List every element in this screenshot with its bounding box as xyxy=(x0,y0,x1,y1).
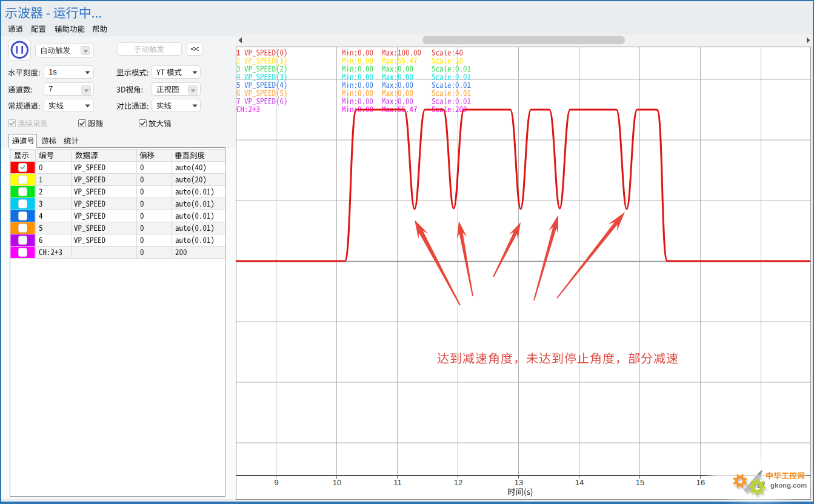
svg-text:gkong.com: gkong.com xyxy=(770,482,807,489)
